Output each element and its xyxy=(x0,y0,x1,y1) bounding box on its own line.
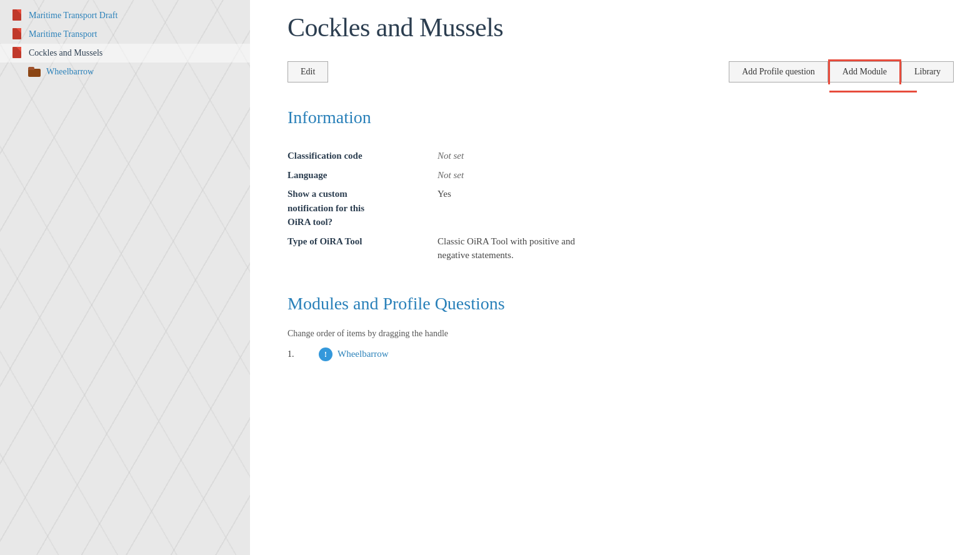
language-value: Not set xyxy=(438,168,464,182)
add-profile-question-button[interactable]: Add Profile question xyxy=(729,61,828,82)
sidebar-item-label-maritime-draft: Maritime Transport Draft xyxy=(29,11,118,21)
add-module-wrapper: Add Module xyxy=(829,61,901,82)
library-button[interactable]: Library xyxy=(901,61,954,82)
doc-icon-3 xyxy=(10,48,24,59)
information-section: Information Classification code Not set … xyxy=(288,108,955,262)
page-title: Cockles and Mussels xyxy=(288,12,955,42)
oira-tool-type-label: Type of OiRA Tool xyxy=(288,234,438,249)
module-name-wheelbarrow[interactable]: Wheelbarrow xyxy=(338,349,389,359)
module-number-1: 1. xyxy=(288,349,319,359)
sidebar-item-label-wheelbarrow: Wheelbarrow xyxy=(46,67,94,77)
info-table: Classification code Not set Language Not… xyxy=(288,142,955,262)
add-module-button[interactable]: Add Module xyxy=(829,61,900,82)
language-label: Language xyxy=(288,168,438,182)
classification-label: Classification code xyxy=(288,149,438,163)
info-row-classification: Classification code Not set xyxy=(288,149,955,163)
info-row-custom-notification: Show a customnotification for thisOiRA t… xyxy=(288,187,955,229)
modules-heading: Modules and Profile Questions xyxy=(288,294,955,314)
sidebar-item-maritime-transport[interactable]: Maritime Transport xyxy=(0,25,250,44)
sidebar: Maritime Transport Draft Maritime Transp… xyxy=(0,0,250,555)
sidebar-item-wheelbarrow[interactable]: Wheelbarrow xyxy=(0,62,250,81)
modules-section: Modules and Profile Questions Change ord… xyxy=(288,294,955,361)
sidebar-item-label-cockles-mussels: Cockles and Mussels xyxy=(29,48,102,58)
toolbar: Edit Add Profile question Add Module Lib… xyxy=(288,61,955,82)
sidebar-item-cockles-mussels[interactable]: Cockles and Mussels xyxy=(0,44,250,62)
custom-notification-label: Show a customnotification for thisOiRA t… xyxy=(288,187,438,229)
information-heading: Information xyxy=(288,108,955,128)
modules-hint: Change order of items by dragging the ha… xyxy=(288,329,955,339)
doc-icon xyxy=(10,10,24,21)
classification-value: Not set xyxy=(438,149,464,163)
toolbar-right: Add Profile question Add Module Library xyxy=(729,61,955,82)
info-row-language: Language Not set xyxy=(288,168,955,182)
module-list-item-1: 1. Wheelbarrow xyxy=(288,348,955,361)
main-content: Cockles and Mussels Edit Add Profile que… xyxy=(250,0,980,555)
module-info-icon xyxy=(319,348,332,361)
info-row-oira-tool-type: Type of OiRA Tool Classic OiRA Tool with… xyxy=(288,234,955,262)
custom-notification-value: Yes xyxy=(438,187,451,201)
doc-icon-2 xyxy=(10,29,24,40)
oira-tool-type-value: Classic OiRA Tool with positive andnegat… xyxy=(438,234,575,262)
edit-button[interactable]: Edit xyxy=(288,61,328,82)
sidebar-item-label-maritime-transport: Maritime Transport xyxy=(29,29,97,39)
sidebar-item-maritime-draft[interactable]: Maritime Transport Draft xyxy=(0,6,250,25)
folder-icon xyxy=(28,66,41,78)
red-highlight-indicator xyxy=(829,91,917,92)
